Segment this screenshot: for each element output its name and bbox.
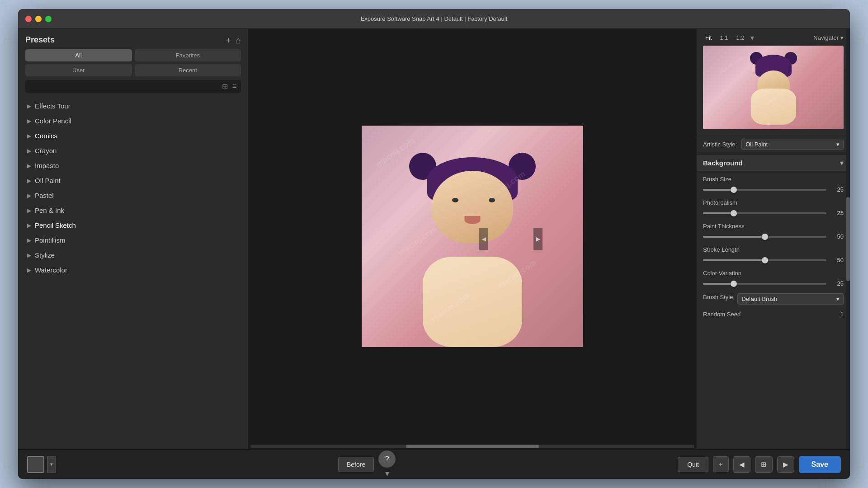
right-panel-scrollbar-thumb[interactable]	[846, 197, 850, 281]
artistic-style-label: Artistic Style:	[703, 141, 737, 148]
color-variation-slider[interactable]	[703, 283, 826, 285]
zoom-1-2-button[interactable]: 1:2	[734, 33, 747, 42]
filter-favorites-button[interactable]: Favorites	[135, 49, 241, 61]
color-variation-control: Color Variation 25	[697, 265, 850, 289]
artistic-style-value: Oil Paint	[745, 141, 768, 148]
list-item[interactable]: ▶ Pointillism	[18, 233, 248, 248]
brush-size-control: Brush Size 25	[697, 171, 850, 195]
navigator-header: Fit 1:1 1:2 ▾ Navigator ▾	[703, 33, 844, 42]
background-section-header: Background ▾	[697, 155, 850, 171]
main-layout: Presets + ⌂ All Favorites User Recent ⊞ …	[18, 29, 850, 449]
list-item[interactable]: ▶ Comics	[18, 128, 248, 143]
sidebar-header: Presets + ⌂	[18, 29, 248, 49]
scrollbar-thumb[interactable]	[406, 445, 539, 448]
image-canvas: macmj.com macmj.com macmj.com macmj.com …	[362, 126, 583, 347]
window-controls	[18, 16, 52, 22]
stroke-length-label: Stroke Length	[703, 246, 844, 253]
filter-recent-button[interactable]: Recent	[135, 64, 241, 76]
forward-button[interactable]: ▶	[777, 456, 794, 473]
filter-all-button[interactable]: All	[25, 49, 132, 61]
filter-user-button[interactable]: User	[25, 64, 132, 76]
paint-thickness-label: Paint Thickness	[703, 223, 844, 230]
list-item[interactable]: ▶ Crayon	[18, 143, 248, 158]
zoom-controls: Fit 1:1 1:2 ▾	[703, 33, 754, 42]
grid-button[interactable]: ⊞	[755, 456, 773, 473]
list-item[interactable]: ▶ Stylize	[18, 248, 248, 263]
brush-size-slider[interactable]	[703, 189, 826, 191]
help-dropdown-arrow[interactable]: ▾	[385, 469, 389, 479]
chevron-right-icon: ▶	[27, 118, 31, 124]
right-panel-scrollbar[interactable]	[846, 29, 850, 449]
list-item[interactable]: ▶ Color Pencil	[18, 113, 248, 128]
zoom-1-1-button[interactable]: 1:1	[717, 33, 730, 42]
background-dropdown-arrow[interactable]: ▾	[840, 159, 844, 167]
chevron-right-icon: ▶	[27, 178, 31, 184]
sidebar-title: Presets	[25, 35, 221, 45]
brush-style-label: Brush Style	[703, 294, 733, 300]
grid-view-icon[interactable]: ⊞	[222, 82, 228, 91]
horizontal-scrollbar[interactable]	[249, 444, 696, 449]
main-window: Exposure Software Snap Art 4 | Default |…	[18, 9, 850, 479]
scrollbar-track	[250, 445, 694, 448]
color-variation-value: 25	[831, 280, 844, 287]
list-item[interactable]: ▶ Impasto	[18, 158, 248, 173]
sidebar-collapse-left[interactable]: ◀	[479, 228, 488, 250]
list-item[interactable]: ▶ Oil Paint	[18, 173, 248, 188]
stroke-length-value: 50	[831, 257, 844, 263]
artistic-style-dropdown[interactable]: Oil Paint ▾	[741, 139, 844, 150]
chevron-right-icon: ▶	[27, 103, 31, 109]
right-panel: Fit 1:1 1:2 ▾ Navigator ▾	[696, 29, 850, 449]
list-item[interactable]: ▶ Pen & Ink	[18, 203, 248, 218]
chevron-right-icon: ▶	[27, 133, 31, 139]
list-item[interactable]: ▶ Pastel	[18, 188, 248, 203]
photorealism-slider[interactable]	[703, 212, 826, 214]
list-item[interactable]: ▶ Watercolor	[18, 263, 248, 277]
help-button[interactable]: ?	[378, 450, 396, 468]
zoom-fit-button[interactable]: Fit	[703, 33, 714, 42]
list-item[interactable]: ▶ Pencil Sketch	[18, 218, 248, 233]
sidebar-collapse-right[interactable]: ▶	[533, 228, 542, 250]
paint-thickness-control: Paint Thickness 50	[697, 218, 850, 242]
chevron-right-icon: ▶	[27, 192, 31, 199]
add-preset-button[interactable]: +	[226, 36, 231, 45]
preset-list: ▶ Effects Tour ▶ Color Pencil ▶ Comics ▶…	[18, 97, 248, 449]
maximize-button[interactable]	[45, 16, 52, 22]
bottom-toolbar: ▾ Before ? ▾ Quit + ◀ ⊞ ▶ Save	[18, 449, 850, 479]
window-title: Exposure Software Snap Art 4 | Default |…	[361, 15, 508, 22]
navigator-dropdown[interactable]: Navigator ▾	[813, 34, 844, 41]
bottom-right: Quit + ◀ ⊞ ▶ Save	[678, 456, 841, 473]
save-button[interactable]: Save	[799, 456, 841, 473]
add-button[interactable]: +	[713, 456, 729, 472]
photorealism-control: Photorealism 25	[697, 195, 850, 218]
random-seed-label: Random Seed	[703, 311, 741, 318]
canvas-area: ◀ ▶	[249, 29, 696, 449]
minimize-button[interactable]	[35, 16, 42, 22]
quit-button[interactable]: Quit	[678, 457, 708, 472]
preview-dropdown-button[interactable]: ▾	[47, 456, 56, 473]
list-item[interactable]: ▶ Effects Tour	[18, 99, 248, 113]
sidebar: Presets + ⌂ All Favorites User Recent ⊞ …	[18, 29, 249, 449]
random-seed-row: Random Seed 1	[697, 306, 850, 319]
brush-size-value: 25	[831, 186, 844, 193]
brush-style-arrow: ▾	[836, 296, 840, 302]
before-button[interactable]: Before	[338, 457, 374, 472]
list-view-icon[interactable]: ≡	[232, 82, 236, 91]
chevron-right-icon: ▶	[27, 237, 31, 244]
stroke-length-slider[interactable]	[703, 259, 826, 261]
mini-body	[751, 89, 796, 125]
chevron-right-icon: ▶	[27, 163, 31, 169]
search-input[interactable]	[30, 83, 222, 90]
brush-style-row: Brush Style Default Brush ▾	[697, 289, 850, 306]
paint-thickness-value: 50	[831, 233, 844, 240]
brush-style-dropdown[interactable]: Default Brush ▾	[737, 293, 844, 305]
preview-box[interactable]	[27, 456, 44, 473]
chevron-right-icon: ▶	[27, 252, 31, 258]
bottom-center: Before ? ▾	[338, 450, 396, 479]
home-button[interactable]: ⌂	[236, 36, 241, 45]
paint-thickness-slider[interactable]	[703, 236, 826, 238]
navigator-dropdown-arrow: ▾	[840, 34, 844, 41]
search-bar: ⊞ ≡	[25, 80, 241, 93]
back-button[interactable]: ◀	[733, 456, 750, 473]
brush-style-value: Default Brush	[741, 296, 777, 302]
close-button[interactable]	[25, 16, 32, 22]
